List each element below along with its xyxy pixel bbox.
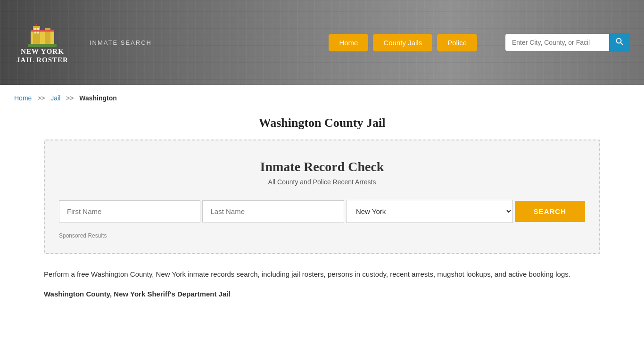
- record-check-subtitle: All County and Police Recent Arrests: [59, 178, 585, 186]
- breadcrumb-sep-2: >>: [64, 94, 75, 102]
- svg-rect-5: [34, 32, 36, 33]
- breadcrumb-jail-link[interactable]: Jail: [50, 94, 60, 102]
- svg-rect-4: [37, 28, 39, 30]
- search-submit-button[interactable]: SEARCH: [515, 201, 585, 222]
- svg-marker-9: [35, 24, 37, 26]
- nav-area: Home County Jails Police: [329, 34, 477, 51]
- breadcrumb: Home >> Jail >> Washington: [0, 85, 644, 111]
- last-name-input[interactable]: [202, 200, 344, 222]
- svg-rect-11: [31, 30, 54, 32]
- nav-home-button[interactable]: Home: [329, 34, 368, 51]
- logo-text-jail-roster: JAIL ROSTER: [17, 56, 68, 64]
- header-search-input[interactable]: [505, 34, 609, 51]
- description-paragraph-2: Washington County, New York Sheriff's De…: [44, 288, 600, 300]
- logo-text-new-york: NEW YORK: [21, 47, 64, 56]
- nav-county-jails-button[interactable]: County Jails: [373, 34, 432, 51]
- logo-area: NEW YORK JAIL ROSTER: [14, 21, 71, 64]
- record-check-box: Inmate Record Check All County and Polic…: [44, 140, 600, 254]
- record-check-title: Inmate Record Check: [59, 159, 585, 174]
- inmate-search-label: INMATE SEARCH: [90, 39, 152, 46]
- svg-rect-6: [37, 32, 39, 33]
- breadcrumb-sep-1: >>: [35, 94, 47, 102]
- description-paragraph-1: Perform a free Washington County, New Yo…: [44, 268, 600, 280]
- page-title: Washington County Jail: [44, 116, 600, 130]
- state-select[interactable]: AlabamaAlaskaArizonaArkansasCaliforniaCo…: [346, 200, 513, 223]
- svg-line-13: [621, 43, 623, 45]
- logo-icon: [28, 21, 57, 47]
- sponsored-label: Sponsored Results: [59, 232, 585, 239]
- breadcrumb-home-link[interactable]: Home: [14, 94, 32, 102]
- description-bold: Washington County, New York Sheriff's De…: [44, 290, 231, 298]
- main-content: Washington County Jail Inmate Record Che…: [30, 116, 614, 300]
- nav-police-button[interactable]: Police: [437, 34, 477, 51]
- inmate-search-form: AlabamaAlaskaArizonaArkansasCaliforniaCo…: [59, 200, 585, 223]
- first-name-input[interactable]: [59, 200, 200, 222]
- site-header: NEW YORK JAIL ROSTER INMATE SEARCH Home …: [0, 0, 644, 85]
- breadcrumb-current: Washington: [79, 94, 117, 102]
- svg-rect-10: [28, 44, 57, 47]
- header-search-area: [505, 33, 630, 52]
- svg-rect-3: [34, 28, 36, 30]
- header-search-button[interactable]: [609, 33, 630, 52]
